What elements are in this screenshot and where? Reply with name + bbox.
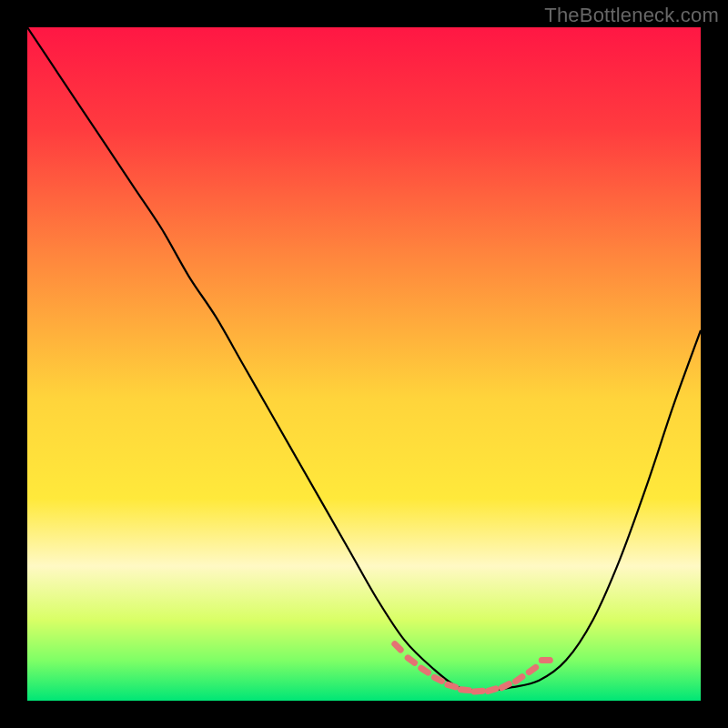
curve-marker [434, 677, 441, 681]
curve-marker [421, 668, 429, 672]
plot-area [27, 27, 701, 701]
curve-marker [448, 684, 456, 687]
curve-marker [516, 677, 522, 682]
gradient-background [27, 27, 701, 701]
curve-marker [395, 644, 400, 650]
curve-marker [529, 667, 535, 672]
curve-marker [408, 658, 414, 662]
watermark-text: TheBottleneck.com [544, 4, 719, 27]
curve-marker [501, 684, 509, 688]
curve-marker [461, 690, 470, 691]
curve-marker [474, 691, 482, 692]
chart-frame: TheBottleneck.com [0, 0, 728, 728]
bottleneck-curve-chart [27, 27, 701, 701]
curve-marker [488, 689, 496, 692]
